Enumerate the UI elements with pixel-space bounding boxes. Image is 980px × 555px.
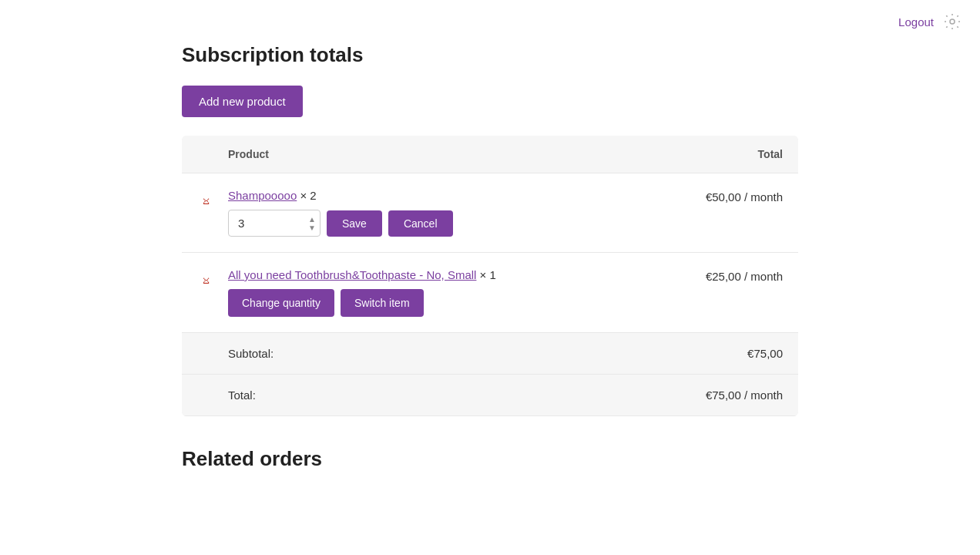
page-title: Subscription totals [182, 43, 798, 67]
table-row: ⨲ Shampooooo × 2 ▲ ▼ Save Cancel [182, 173, 798, 253]
logout-link[interactable]: Logout [898, 15, 934, 29]
main-content: Subscription totals Add new product Prod… [120, 43, 860, 502]
add-product-button[interactable]: Add new product [182, 86, 303, 117]
table-row: ⨲ All you need Toothbrush&Toothpaste - N… [182, 253, 798, 333]
cancel-button-row1[interactable]: Cancel [388, 210, 453, 237]
change-quantity-button-row2[interactable]: Change quantity [228, 289, 334, 317]
switch-item-button-row2[interactable]: Switch item [341, 289, 424, 317]
total-value: €75,00 / month [644, 388, 783, 402]
table-header: Product Total [182, 136, 798, 173]
product-column-header: Product [228, 148, 644, 160]
spinner-arrows-row1: ▲ ▼ [308, 215, 316, 231]
product-qty-row2: × 1 [476, 268, 495, 281]
product-name-link-row1[interactable]: Shampooooo [228, 189, 297, 202]
action-buttons-row2: Change quantity Switch item [228, 289, 644, 317]
total-label: Total: [197, 388, 644, 402]
save-button-row1[interactable]: Save [327, 210, 382, 237]
product-name-link-row2[interactable]: All you need Toothbrush&Toothpaste - No,… [228, 268, 476, 281]
product-qty-row1: × 2 [297, 189, 316, 202]
header: Logout [0, 0, 980, 43]
total-cell-row2: €25,00 / month [644, 268, 783, 283]
subtotal-label: Subtotal: [197, 347, 644, 360]
subtotal-value: €75,00 [644, 347, 783, 360]
svg-point-0 [950, 19, 955, 24]
related-orders-title: Related orders [182, 447, 798, 471]
remove-row1-button[interactable]: ⨲ [197, 190, 216, 209]
subscription-table: Product Total ⨲ Shampooooo × 2 ▲ ▼ [182, 136, 798, 416]
quantity-input-wrap-row1: ▲ ▼ [228, 210, 321, 237]
quantity-input-row1[interactable] [228, 210, 321, 237]
subtotal-row: Subtotal: €75,00 [182, 333, 798, 375]
product-row2-header: All you need Toothbrush&Toothpaste - No,… [228, 268, 644, 281]
remove-row2-button[interactable]: ⨲ [197, 270, 216, 288]
total-row: Total: €75,00 / month [182, 375, 798, 416]
product-info-row2: All you need Toothbrush&Toothpaste - No,… [228, 268, 644, 317]
total-cell-row1: €50,00 / month [644, 189, 783, 204]
settings-icon [943, 12, 962, 31]
quantity-editor-row1: ▲ ▼ Save Cancel [228, 210, 644, 237]
product-row1-header: Shampooooo × 2 [228, 189, 644, 202]
total-column-header: Total [644, 148, 783, 160]
product-info-row1: Shampooooo × 2 ▲ ▼ Save Cancel [228, 189, 644, 237]
